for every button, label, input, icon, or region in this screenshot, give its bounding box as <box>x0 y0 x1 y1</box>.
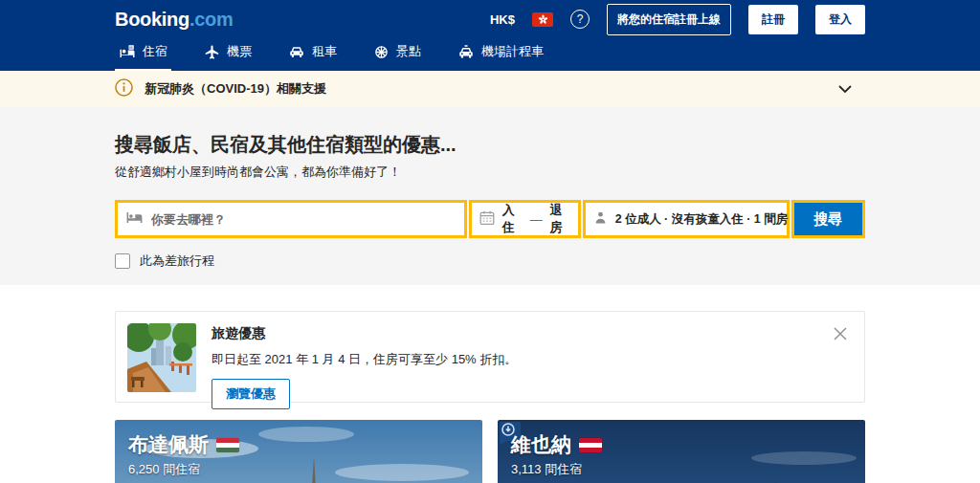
top-bar: Booking.com HK$ ? 將您的住宿註冊上線 註冊 登入 <box>115 0 865 33</box>
nav-tab-label: 住宿 <box>143 43 167 60</box>
taxi-icon <box>457 43 475 60</box>
destination-card-budapest[interactable]: 布達佩斯 6,250 間住宿 <box>115 420 482 483</box>
hungary-flag-icon <box>216 438 239 452</box>
calendar-icon <box>479 210 495 229</box>
covid-banner[interactable]: 新冠肺炎（COVID-19）相關支援 <box>0 71 980 107</box>
search-button[interactable]: 搜尋 <box>791 200 865 238</box>
nav-tab-label: 機票 <box>227 43 252 60</box>
header: Booking.com HK$ ? 將您的住宿註冊上線 註冊 登入 <box>0 0 980 71</box>
checkin-label: 入住 <box>502 202 523 236</box>
logo-text-com: .com <box>189 9 233 30</box>
register-button[interactable]: 註冊 <box>748 5 798 34</box>
destination-name: 維也納 <box>511 431 571 458</box>
page-title: 搜尋飯店、民宿及其他住宿類型的優惠... <box>115 132 865 158</box>
info-icon <box>115 78 133 100</box>
nav-tab-label: 景點 <box>396 43 421 60</box>
bed-icon <box>125 210 144 229</box>
page-subtitle: 從舒適鄉村小屋到時尚都會公寓，都為你準備好了！ <box>115 164 865 181</box>
dates-field[interactable]: 入住 — 退房 <box>469 200 581 238</box>
destination-field[interactable] <box>115 200 467 238</box>
nav-tab-attractions[interactable]: 景點 <box>369 34 425 71</box>
promo-title: 旅遊優惠 <box>212 325 517 342</box>
nav-tab-label: 租車 <box>312 43 337 60</box>
destination-input[interactable] <box>151 212 457 227</box>
help-icon[interactable]: ? <box>570 10 590 29</box>
austria-flag-icon <box>579 438 602 452</box>
ferris-wheel-icon <box>373 44 390 60</box>
language-flag-hk-icon[interactable] <box>532 12 553 27</box>
destination-name: 布達佩斯 <box>128 431 209 458</box>
chevron-down-icon[interactable] <box>838 85 865 94</box>
nav-tab-stays[interactable]: 住宿 <box>115 34 171 71</box>
business-trip-checkbox[interactable] <box>115 253 130 269</box>
destination-cards: 布達佩斯 6,250 間住宿 <box>115 420 865 483</box>
browse-deals-button[interactable]: 瀏覽優惠 <box>212 379 290 409</box>
car-icon <box>288 43 305 60</box>
destination-property-count: 3,113 間住宿 <box>511 461 602 478</box>
currency-selector[interactable]: HK$ <box>490 12 515 27</box>
date-separator: — <box>530 212 543 227</box>
destination-card-vienna[interactable]: 維也納 3,113 間住宿 <box>498 420 865 483</box>
logo-text-booking: Booking <box>115 9 189 30</box>
stays-icon <box>119 43 136 60</box>
booking-logo[interactable]: Booking.com <box>115 9 233 31</box>
occupancy-value: 2 位成人 · 沒有孩童入住 · 1 間房 <box>615 211 789 228</box>
nav-tab-label: 機場計程車 <box>481 43 544 60</box>
plane-icon <box>204 44 220 60</box>
occupancy-field[interactable]: 2 位成人 · 沒有孩童入住 · 1 間房 <box>583 200 790 238</box>
promo-card: 旅遊優惠 即日起至 2021 年 1 月 4 日，住房可享至少 15% 折扣。 … <box>115 311 865 403</box>
promo-description: 即日起至 2021 年 1 月 4 日，住房可享至少 15% 折扣。 <box>212 351 517 368</box>
business-trip-label[interactable]: 此為差旅行程 <box>140 252 214 270</box>
covid-banner-text: 新冠肺炎（COVID-19）相關支援 <box>145 80 326 98</box>
checkout-label: 退房 <box>550 202 570 236</box>
person-icon <box>593 210 608 228</box>
promo-image <box>127 323 196 392</box>
nav-tab-car-rental[interactable]: 租車 <box>284 34 341 71</box>
close-icon[interactable] <box>830 323 851 348</box>
page: Booking.com HK$ ? 將您的住宿註冊上線 註冊 登入 <box>0 0 980 483</box>
search-section: 搜尋飯店、民宿及其他住宿類型的優惠... 從舒適鄉村小屋到時尚都會公寓，都為你準… <box>0 107 980 285</box>
nav-tab-airport-taxi[interactable]: 機場計程車 <box>454 34 547 71</box>
list-property-button[interactable]: 將您的住宿註冊上線 <box>607 4 731 35</box>
destination-property-count: 6,250 間住宿 <box>128 461 239 478</box>
product-nav: 住宿 機票 租車 景點 <box>115 33 865 71</box>
nav-tab-flights[interactable]: 機票 <box>200 34 256 71</box>
search-bar: 入住 — 退房 2 位成人 · 沒有孩童入住 · 1 間房 搜尋 <box>115 200 865 238</box>
signin-button[interactable]: 登入 <box>815 5 865 34</box>
